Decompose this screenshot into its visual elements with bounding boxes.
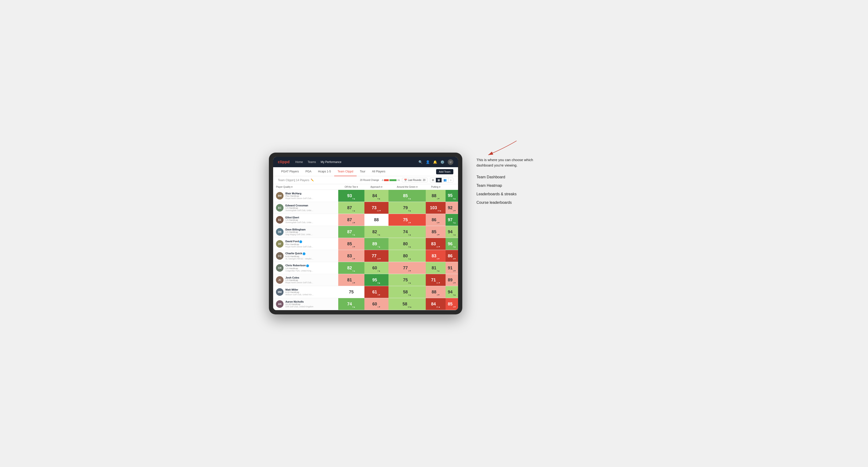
score-value: 87 bbox=[347, 206, 352, 210]
player-name: Dave Billingham bbox=[285, 228, 314, 231]
col-header-approach[interactable]: Approach ▾ bbox=[365, 184, 389, 190]
score-cell: 8310▼ bbox=[426, 238, 445, 250]
score-cell: 923▼ bbox=[445, 202, 458, 214]
score-change: 3▲ bbox=[453, 294, 456, 298]
score-value: 75 bbox=[349, 290, 353, 294]
tab-tour[interactable]: Tour bbox=[356, 167, 369, 176]
team-title: Team Clippd | 14 Players bbox=[278, 179, 309, 182]
score-cell: 824▲ bbox=[365, 226, 389, 238]
player-cell[interactable]: EEElliot Ebert1-5 HandicapSunningdale Go… bbox=[273, 214, 338, 226]
score-cell: 801▲ bbox=[389, 250, 426, 262]
player-avatar: DF bbox=[276, 240, 283, 248]
score-change: 2▼ bbox=[437, 294, 440, 298]
player-avatar: CR bbox=[276, 264, 283, 272]
score-value: 73 bbox=[372, 206, 376, 210]
score-value: 77 bbox=[403, 266, 408, 271]
score-value: 58 bbox=[402, 302, 407, 307]
add-team-button[interactable]: Add Team bbox=[436, 169, 453, 174]
view-toggle-grid2[interactable]: ▦ bbox=[436, 178, 442, 182]
score-change: 3▼ bbox=[352, 258, 355, 262]
score-value: 85 bbox=[432, 229, 436, 235]
bar-red bbox=[384, 179, 389, 181]
settings-icon[interactable]: ⚙️ bbox=[440, 160, 444, 164]
player-cell[interactable]: CRChris Robertson1-5 HandicapCraigmillar… bbox=[273, 262, 338, 274]
person-icon[interactable]: 👤 bbox=[426, 160, 430, 164]
tab-pga[interactable]: PGA bbox=[302, 167, 315, 176]
edit-icon[interactable]: ✏️ bbox=[311, 179, 314, 182]
score-cell: 897▲ bbox=[365, 238, 389, 250]
search-icon[interactable]: 🔍 bbox=[418, 160, 423, 164]
annotation-panel: This is where you can choose which dashb… bbox=[476, 153, 542, 205]
player-cell[interactable]: ECEdward Crossman1-5 HandicapSunningdale… bbox=[273, 202, 338, 214]
player-club: Royal North Devon Golf Club, United King… bbox=[285, 246, 314, 248]
score-cell: 881▼ bbox=[426, 190, 445, 202]
score-value: 95 bbox=[448, 193, 453, 198]
sub-nav-links: PGAT Players PGA Hcaps 1-5 Team Clippd T… bbox=[278, 167, 389, 176]
score-change: 11▼ bbox=[436, 282, 440, 286]
nav-link-teams[interactable]: Teams bbox=[308, 160, 316, 164]
score-cell: 7111▼ bbox=[426, 274, 445, 286]
score-cell: 601▼ bbox=[365, 298, 389, 310]
score-cell: 892▼ bbox=[445, 274, 458, 286]
score-value: 86 bbox=[448, 253, 453, 258]
player-cell[interactable]: DBDave Billingham1-5 HandicapGog Magog G… bbox=[273, 226, 338, 238]
score-change: 21▲ bbox=[436, 306, 440, 310]
view-toggle-avatar[interactable]: 👥 bbox=[442, 178, 448, 182]
score-change: 4▲ bbox=[437, 270, 440, 274]
score-change: 11▼ bbox=[377, 210, 381, 214]
score-change: 7▲ bbox=[378, 246, 380, 250]
player-cell[interactable]: MMMatt Miller6-10 HandicapWoburn Golf Cl… bbox=[273, 286, 338, 298]
player-cell[interactable]: BMBlair McHargPlus HandicapRoyal North D… bbox=[273, 190, 338, 202]
tablet-screen: clippd Home Teams My Performance 🔍 👤 🔔 ⚙… bbox=[273, 157, 458, 310]
annotation-item-0: Team Dashboard bbox=[476, 175, 542, 179]
player-handicap: 1-5 Handicap bbox=[285, 279, 314, 281]
player-cell[interactable]: DFDavid FordPlus HandicapRoyal North Dev… bbox=[273, 238, 338, 250]
player-name: Edward Crossman bbox=[285, 204, 314, 207]
score-value: 89 bbox=[448, 278, 453, 283]
score-cell: 882▼ bbox=[426, 286, 445, 298]
view-toggle-list[interactable]: ↕ bbox=[448, 178, 453, 182]
tab-team-clippd[interactable]: Team Clippd bbox=[334, 167, 356, 176]
score-value: 84 bbox=[431, 302, 436, 307]
score-value: 93 bbox=[347, 193, 352, 198]
score-cell: 602▲ bbox=[365, 262, 389, 274]
tab-pgat-players[interactable]: PGAT Players bbox=[278, 167, 302, 176]
score-value: 58 bbox=[403, 290, 408, 294]
score-value: 75 bbox=[403, 217, 408, 222]
annotation-arrow bbox=[469, 138, 528, 157]
player-handicap: Plus Handicap bbox=[285, 195, 314, 197]
avatar[interactable]: U bbox=[448, 159, 453, 165]
score-cell: 958▲ bbox=[365, 274, 389, 286]
col-header-aroundgreen[interactable]: Around the Green ▾ bbox=[389, 184, 426, 190]
score-change: 3▼ bbox=[437, 234, 440, 238]
table-row: MMMatt Miller6-10 HandicapWoburn Golf Cl… bbox=[273, 286, 458, 298]
score-cell: 613▼ bbox=[365, 286, 389, 298]
score-change: 5▲ bbox=[453, 222, 456, 226]
score-change: 4▲ bbox=[378, 234, 380, 238]
annotation-item-1: Team Heatmap bbox=[476, 184, 542, 188]
view-toggle-grid1[interactable]: ⊞ bbox=[430, 178, 436, 182]
score-cell: 873▼ bbox=[338, 214, 365, 226]
score-cell: 858▲ bbox=[389, 190, 426, 202]
nav-link-home[interactable]: Home bbox=[295, 160, 303, 164]
player-cell[interactable]: ANAaron Nicholls11-15 HandicapDrift Golf… bbox=[273, 298, 338, 310]
nav-link-myperformance[interactable]: My Performance bbox=[320, 160, 341, 164]
player-cell[interactable]: JCJosh Coles1-5 HandicapRoyal North Devo… bbox=[273, 274, 338, 286]
score-change: 1▼ bbox=[437, 198, 440, 201]
score-change: 8▼ bbox=[453, 258, 456, 262]
tab-hcaps[interactable]: Hcaps 1-5 bbox=[315, 167, 334, 176]
score-cell: 836▼ bbox=[426, 250, 445, 262]
score-cell: 854▼ bbox=[445, 298, 458, 310]
col-header-putting[interactable]: Putting ▾ bbox=[426, 184, 445, 190]
col-header-offtee[interactable]: Off the Tee ▾ bbox=[338, 184, 365, 190]
score-cell: 813▼ bbox=[338, 274, 365, 286]
score-change: 9▲ bbox=[408, 210, 411, 214]
player-name: David Ford bbox=[285, 240, 314, 243]
bell-icon[interactable]: 🔔 bbox=[433, 160, 437, 164]
score-cell: 866▼ bbox=[426, 214, 445, 226]
last-rounds-button[interactable]: 📅 Last Rounds: 20 bbox=[402, 178, 427, 182]
player-cell[interactable]: CQCharlie Quick6-10 HandicapSt. George's… bbox=[273, 250, 338, 262]
tab-all-players[interactable]: All Players bbox=[369, 167, 389, 176]
score-change: 3▼ bbox=[352, 222, 355, 226]
verified-icon bbox=[306, 264, 309, 267]
